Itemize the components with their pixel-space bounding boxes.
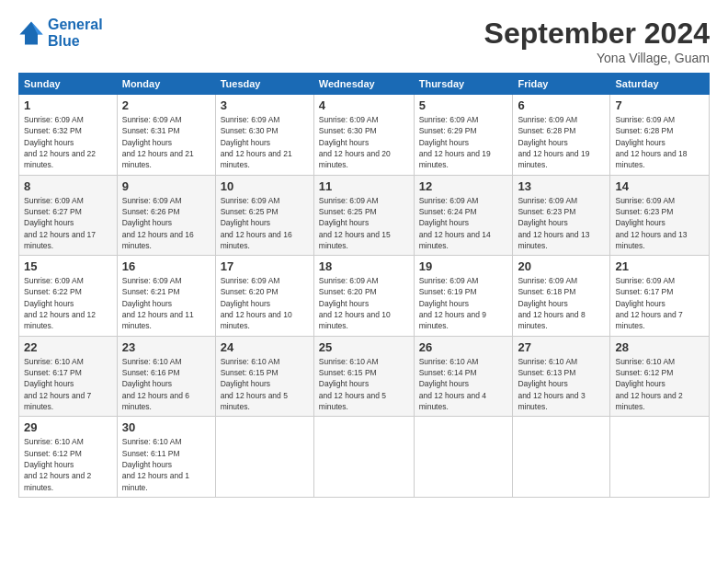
day-number: 17: [221, 259, 309, 273]
day-info: Sunrise: 6:09 AMSunset: 6:25 PMDaylight …: [319, 196, 391, 250]
calendar-cell: 28 Sunrise: 6:10 AMSunset: 6:12 PMDaylig…: [610, 336, 710, 417]
day-info: Sunrise: 6:09 AMSunset: 6:24 PMDaylight …: [419, 196, 491, 250]
day-info: Sunrise: 6:09 AMSunset: 6:21 PMDaylight …: [122, 276, 194, 330]
day-number: 2: [122, 98, 210, 112]
header-row: SundayMondayTuesdayWednesdayThursdayFrid…: [19, 74, 710, 95]
day-info: Sunrise: 6:10 AMSunset: 6:15 PMDaylight …: [319, 357, 386, 411]
day-info: Sunrise: 6:09 AMSunset: 6:18 PMDaylight …: [518, 276, 585, 330]
calendar-cell: 1 Sunrise: 6:09 AMSunset: 6:32 PMDayligh…: [19, 95, 118, 176]
day-number: 10: [221, 179, 309, 193]
day-info: Sunrise: 6:09 AMSunset: 6:17 PMDaylight …: [615, 276, 682, 330]
day-number: 7: [615, 98, 704, 112]
day-info: Sunrise: 6:09 AMSunset: 6:30 PMDaylight …: [319, 115, 391, 169]
calendar-cell: 13 Sunrise: 6:09 AMSunset: 6:23 PMDaylig…: [513, 175, 610, 256]
day-info: Sunrise: 6:09 AMSunset: 6:29 PMDaylight …: [419, 115, 491, 169]
day-info: Sunrise: 6:09 AMSunset: 6:20 PMDaylight …: [319, 276, 391, 330]
calendar-cell: [513, 417, 610, 498]
logo: General Blue: [18, 17, 103, 49]
calendar-cell: 23 Sunrise: 6:10 AMSunset: 6:16 PMDaylig…: [117, 336, 215, 417]
day-number: 23: [122, 340, 210, 354]
day-info: Sunrise: 6:10 AMSunset: 6:14 PMDaylight …: [419, 357, 486, 411]
day-number: 6: [518, 98, 605, 112]
calendar-cell: [313, 417, 414, 498]
day-info: Sunrise: 6:09 AMSunset: 6:19 PMDaylight …: [419, 276, 486, 330]
day-info: Sunrise: 6:09 AMSunset: 6:28 PMDaylight …: [518, 115, 589, 169]
calendar-cell: 4 Sunrise: 6:09 AMSunset: 6:30 PMDayligh…: [313, 95, 414, 176]
day-number: 15: [24, 259, 112, 273]
logo-text: General Blue: [48, 17, 103, 49]
day-number: 5: [419, 98, 508, 112]
header: General Blue September 2024 Yona Village…: [18, 17, 710, 65]
week-row-1: 1 Sunrise: 6:09 AMSunset: 6:32 PMDayligh…: [19, 95, 710, 176]
calendar-cell: 25 Sunrise: 6:10 AMSunset: 6:15 PMDaylig…: [313, 336, 414, 417]
calendar-cell: 18 Sunrise: 6:09 AMSunset: 6:20 PMDaylig…: [313, 256, 414, 337]
calendar-cell: 5 Sunrise: 6:09 AMSunset: 6:29 PMDayligh…: [414, 95, 513, 176]
day-info: Sunrise: 6:10 AMSunset: 6:12 PMDaylight …: [24, 437, 91, 491]
day-info: Sunrise: 6:10 AMSunset: 6:17 PMDaylight …: [24, 357, 91, 411]
day-number: 24: [221, 340, 309, 354]
day-number: 29: [24, 420, 112, 434]
day-info: Sunrise: 6:09 AMSunset: 6:20 PMDaylight …: [221, 276, 292, 330]
day-number: 11: [319, 179, 409, 193]
calendar-cell: [215, 417, 313, 498]
day-header-tuesday: Tuesday: [215, 74, 313, 95]
calendar-cell: 26 Sunrise: 6:10 AMSunset: 6:14 PMDaylig…: [414, 336, 513, 417]
day-info: Sunrise: 6:09 AMSunset: 6:26 PMDaylight …: [122, 196, 194, 250]
day-number: 30: [122, 420, 210, 434]
calendar-cell: 29 Sunrise: 6:10 AMSunset: 6:12 PMDaylig…: [19, 417, 118, 498]
calendar-cell: 30 Sunrise: 6:10 AMSunset: 6:11 PMDaylig…: [117, 417, 215, 498]
week-row-5: 29 Sunrise: 6:10 AMSunset: 6:12 PMDaylig…: [19, 417, 710, 498]
day-info: Sunrise: 6:09 AMSunset: 6:30 PMDaylight …: [221, 115, 292, 169]
day-info: Sunrise: 6:09 AMSunset: 6:31 PMDaylight …: [122, 115, 194, 169]
calendar-cell: 21 Sunrise: 6:09 AMSunset: 6:17 PMDaylig…: [610, 256, 710, 337]
calendar-cell: [414, 417, 513, 498]
title-block: September 2024 Yona Village, Guam: [484, 17, 710, 65]
day-info: Sunrise: 6:09 AMSunset: 6:22 PMDaylight …: [24, 276, 96, 330]
day-number: 9: [122, 179, 210, 193]
calendar-cell: 3 Sunrise: 6:09 AMSunset: 6:30 PMDayligh…: [215, 95, 313, 176]
month-title: September 2024: [484, 17, 710, 51]
day-info: Sunrise: 6:09 AMSunset: 6:28 PMDaylight …: [615, 115, 687, 169]
day-info: Sunrise: 6:09 AMSunset: 6:23 PMDaylight …: [615, 196, 687, 250]
day-number: 4: [319, 98, 409, 112]
calendar-cell: 11 Sunrise: 6:09 AMSunset: 6:25 PMDaylig…: [313, 175, 414, 256]
calendar-cell: 14 Sunrise: 6:09 AMSunset: 6:23 PMDaylig…: [610, 175, 710, 256]
day-number: 19: [419, 259, 508, 273]
calendar-cell: 17 Sunrise: 6:09 AMSunset: 6:20 PMDaylig…: [215, 256, 313, 337]
calendar-cell: [610, 417, 710, 498]
day-header-sunday: Sunday: [19, 74, 118, 95]
week-row-4: 22 Sunrise: 6:10 AMSunset: 6:17 PMDaylig…: [19, 336, 710, 417]
calendar-cell: 22 Sunrise: 6:10 AMSunset: 6:17 PMDaylig…: [19, 336, 118, 417]
day-info: Sunrise: 6:10 AMSunset: 6:16 PMDaylight …: [122, 357, 189, 411]
day-number: 22: [24, 340, 112, 354]
day-number: 13: [518, 179, 605, 193]
day-info: Sunrise: 6:09 AMSunset: 6:23 PMDaylight …: [518, 196, 589, 250]
calendar-cell: 16 Sunrise: 6:09 AMSunset: 6:21 PMDaylig…: [117, 256, 215, 337]
day-number: 1: [24, 98, 112, 112]
calendar-cell: 19 Sunrise: 6:09 AMSunset: 6:19 PMDaylig…: [414, 256, 513, 337]
day-number: 26: [419, 340, 508, 354]
week-row-2: 8 Sunrise: 6:09 AMSunset: 6:27 PMDayligh…: [19, 175, 710, 256]
day-number: 14: [615, 179, 704, 193]
day-number: 18: [319, 259, 409, 273]
day-number: 12: [419, 179, 508, 193]
location: Yona Village, Guam: [484, 51, 710, 65]
calendar-cell: 15 Sunrise: 6:09 AMSunset: 6:22 PMDaylig…: [19, 256, 118, 337]
day-number: 3: [221, 98, 309, 112]
day-info: Sunrise: 6:09 AMSunset: 6:25 PMDaylight …: [221, 196, 292, 250]
calendar-cell: 2 Sunrise: 6:09 AMSunset: 6:31 PMDayligh…: [117, 95, 215, 176]
logo-icon: [18, 20, 44, 46]
day-number: 21: [615, 259, 704, 273]
day-info: Sunrise: 6:10 AMSunset: 6:13 PMDaylight …: [518, 357, 585, 411]
calendar-table: SundayMondayTuesdayWednesdayThursdayFrid…: [18, 73, 710, 498]
week-row-3: 15 Sunrise: 6:09 AMSunset: 6:22 PMDaylig…: [19, 256, 710, 337]
calendar-cell: 9 Sunrise: 6:09 AMSunset: 6:26 PMDayligh…: [117, 175, 215, 256]
calendar-cell: 12 Sunrise: 6:09 AMSunset: 6:24 PMDaylig…: [414, 175, 513, 256]
day-info: Sunrise: 6:09 AMSunset: 6:32 PMDaylight …: [24, 115, 96, 169]
day-info: Sunrise: 6:10 AMSunset: 6:15 PMDaylight …: [221, 357, 288, 411]
calendar-cell: 6 Sunrise: 6:09 AMSunset: 6:28 PMDayligh…: [513, 95, 610, 176]
day-header-friday: Friday: [513, 74, 610, 95]
day-info: Sunrise: 6:10 AMSunset: 6:11 PMDaylight …: [122, 437, 189, 491]
day-number: 20: [518, 259, 605, 273]
day-number: 16: [122, 259, 210, 273]
